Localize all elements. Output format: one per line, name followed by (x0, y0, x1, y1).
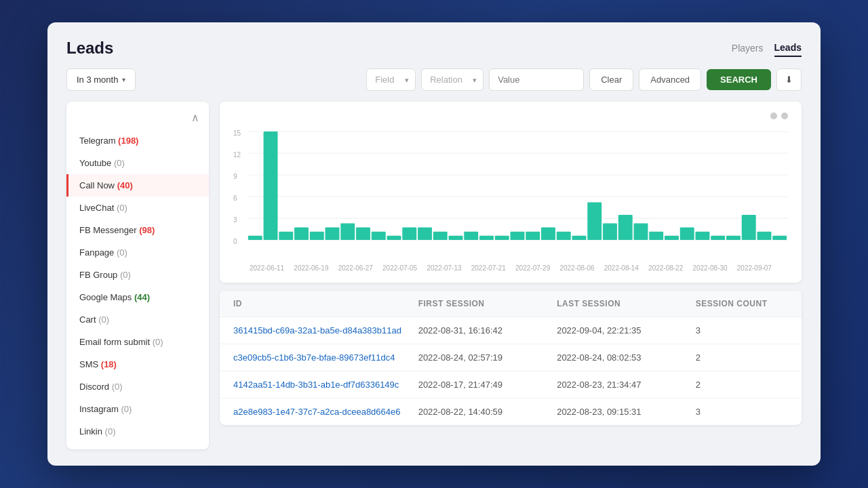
row-first-session: 2022-08-31, 16:16:42 (418, 325, 557, 336)
svg-rect-23 (418, 228, 432, 240)
sidebar-item[interactable]: Fanpage (0) (66, 241, 209, 264)
svg-rect-16 (310, 232, 324, 240)
sidebar-item[interactable]: Call Now (40) (66, 174, 209, 197)
svg-rect-27 (479, 236, 494, 240)
sidebar-item-label: Discord (79, 382, 109, 392)
count-badge: (0) (120, 270, 131, 280)
chevron-down-icon: ▾ (122, 76, 125, 83)
count-badge: (0) (98, 314, 109, 325)
svg-text:9: 9 (233, 172, 237, 181)
svg-rect-22 (402, 228, 416, 240)
sidebar-item[interactable]: SMS (18) (66, 353, 209, 375)
sidebar-item-label: Instagram (79, 404, 119, 414)
count-badge: (40) (117, 180, 133, 190)
table-row: a2e8e983-1e47-37c7-a2ca-dceea8d664e6 202… (220, 399, 802, 425)
filter-group: Field Relation Clear Advanced SEARCH ⬇ (366, 68, 802, 91)
field-select-wrapper: Field (366, 68, 416, 91)
row-id[interactable]: 361415bd-c69a-32a1-ba5e-d84a383b11ad (233, 325, 418, 336)
table-row: c3e09cb5-c1b6-3b7e-bfae-89673ef11dc4 202… (220, 344, 802, 371)
sidebar-item[interactable]: Telegram (198) (66, 129, 209, 152)
table-rows-container: 361415bd-c69a-32a1-ba5e-d84a383b11ad 202… (220, 317, 802, 425)
count-badge: (0) (112, 382, 123, 392)
clear-button[interactable]: Clear (589, 68, 633, 91)
svg-rect-34 (587, 203, 601, 240)
row-first-session: 2022-08-22, 14:40:59 (418, 407, 557, 417)
svg-rect-21 (387, 236, 401, 240)
download-button[interactable]: ⬇ (776, 68, 802, 91)
sidebar-item[interactable]: LiveChat (0) (66, 197, 209, 219)
svg-rect-37 (634, 223, 648, 240)
tab-players[interactable]: Players (732, 40, 764, 56)
collapse-button[interactable]: ∧ (66, 108, 209, 129)
svg-rect-18 (340, 223, 355, 240)
row-last-session: 2022-08-23, 21:34:47 (557, 380, 696, 390)
svg-rect-33 (572, 236, 587, 240)
sidebar-item[interactable]: FB Messenger (98) (66, 219, 209, 241)
search-button[interactable]: SEARCH (707, 69, 771, 90)
row-id[interactable]: c3e09cb5-c1b6-3b7e-bfae-89673ef11dc4 (233, 352, 418, 363)
svg-rect-19 (356, 228, 370, 240)
svg-rect-12 (248, 236, 262, 240)
sidebar-item[interactable]: Email form submit (0) (66, 331, 209, 353)
field-select[interactable]: Field (366, 68, 416, 91)
chart-dot-2 (781, 113, 788, 119)
sidebar-item[interactable]: Youtube (0) (66, 152, 209, 174)
svg-text:6: 6 (233, 194, 237, 203)
svg-rect-35 (603, 223, 617, 240)
advanced-button[interactable]: Advanced (639, 68, 701, 91)
svg-rect-26 (464, 232, 478, 240)
sidebar-item-label: LiveChat (79, 203, 114, 213)
main-content: ∧ Telegram (198)Youtube (0)Call Now (40)… (66, 102, 802, 449)
leads-chart: 15 12 9 6 3 0 (233, 125, 788, 260)
header: Leads Players Leads (66, 39, 802, 58)
row-last-session: 2022-09-04, 22:21:35 (557, 325, 696, 336)
table-row: 361415bd-c69a-32a1-ba5e-d84a383b11ad 202… (220, 317, 802, 344)
relation-select[interactable]: Relation (421, 68, 484, 91)
sidebar-item-label: Cart (79, 314, 96, 325)
chart-x-labels: 2022-06-11 2022-06-19 2022-06-27 2022-07… (233, 264, 788, 272)
count-badge: (18) (101, 359, 117, 369)
tab-leads[interactable]: Leads (774, 39, 802, 57)
value-input[interactable] (489, 68, 584, 91)
table-row: 4142aa51-14db-3b31-ab1e-df7d6336149c 202… (220, 371, 802, 399)
chart-controls (233, 113, 788, 119)
count-badge: (0) (153, 337, 163, 347)
toolbar: In 3 month ▾ Field Relation Clear Advanc… (66, 68, 802, 91)
count-badge: (0) (117, 247, 127, 258)
sidebar-item[interactable]: Google Maps (44) (66, 286, 209, 308)
svg-rect-44 (742, 215, 756, 240)
app-window: Leads Players Leads In 3 month ▾ Field R… (47, 22, 821, 466)
chart-dot-1 (770, 113, 777, 119)
period-button[interactable]: In 3 month ▾ (66, 68, 136, 91)
svg-text:12: 12 (233, 150, 241, 159)
count-badge: (0) (121, 404, 132, 414)
col-last-session: LAST SESSION (557, 299, 696, 308)
svg-text:0: 0 (233, 237, 237, 246)
svg-rect-14 (279, 232, 293, 240)
row-id[interactable]: 4142aa51-14db-3b31-ab1e-df7d6336149c (233, 380, 418, 390)
sidebar-item-label: Fanpage (79, 247, 114, 258)
svg-text:3: 3 (233, 216, 237, 224)
count-badge: (0) (114, 158, 125, 168)
svg-rect-46 (772, 236, 787, 240)
svg-rect-13 (264, 131, 278, 240)
sidebar-item[interactable]: Cart (0) (66, 308, 209, 331)
svg-rect-40 (680, 228, 694, 240)
sidebar-item[interactable]: Linkin (0) (66, 420, 209, 443)
sidebar-items-container: Telegram (198)Youtube (0)Call Now (40)Li… (66, 129, 209, 443)
sidebar-item-label: Email form submit (79, 337, 150, 347)
row-first-session: 2022-08-17, 21:47:49 (418, 380, 557, 390)
count-badge: (44) (134, 292, 150, 302)
svg-rect-29 (511, 232, 525, 240)
table-header: ID FIRST SESSION LAST SESSION SESSION CO… (220, 291, 802, 317)
row-session-count: 3 (696, 407, 788, 417)
sidebar-item[interactable]: FB Group (0) (66, 264, 209, 286)
relation-select-wrapper: Relation (421, 68, 484, 91)
svg-rect-30 (526, 232, 540, 240)
row-first-session: 2022-08-24, 02:57:19 (418, 352, 557, 363)
svg-rect-41 (696, 232, 710, 240)
sidebar-item[interactable]: Discord (0) (66, 375, 209, 398)
sidebar-item-label: FB Group (79, 270, 117, 280)
sidebar-item[interactable]: Instagram (0) (66, 398, 209, 420)
row-id[interactable]: a2e8e983-1e47-37c7-a2ca-dceea8d664e6 (233, 407, 418, 417)
